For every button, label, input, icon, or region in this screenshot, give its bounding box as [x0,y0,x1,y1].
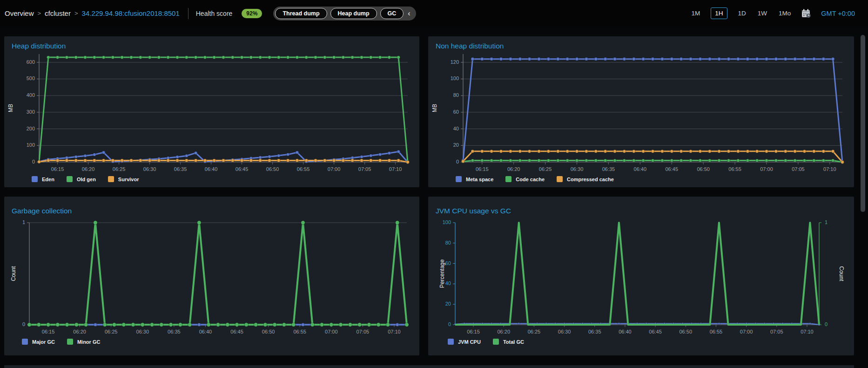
legend-item-old-gen[interactable]: Old gen [67,176,96,182]
chart-legend: Meta spaceCode cacheCompressed cache [456,176,614,182]
svg-text:06:35: 06:35 [588,329,601,334]
svg-text:06:45: 06:45 [665,166,678,172]
legend-swatch [557,176,563,182]
svg-text:06:50: 06:50 [266,166,279,172]
breadcrumb-overview[interactable]: Overview [5,9,34,17]
range-1m[interactable]: 1M [691,8,701,19]
svg-text:200: 200 [27,126,35,131]
chart-legend: EdenOld genSurvivor [32,176,139,182]
svg-text:0: 0 [825,321,828,327]
legend-swatch [22,339,28,345]
top-bar: Overview > cfcluster > 34.229.94.98:cfus… [0,0,868,27]
svg-text:06:25: 06:25 [105,329,118,334]
time-range-cluster: 1M 1H 1D 1W 1Mo GMT +0:00 [691,0,855,27]
svg-text:07:05: 07:05 [770,329,783,334]
svg-text:06:50: 06:50 [697,166,710,172]
svg-text:60: 60 [445,260,451,266]
svg-text:06:35: 06:35 [174,166,187,172]
chart-canvas-1: 020406080100120MB06:1506:2006:2506:3006:… [428,36,854,187]
svg-text:80: 80 [453,92,459,98]
legend-swatch [493,339,499,345]
calendar-icon[interactable] [801,9,811,18]
svg-text:06:15: 06:15 [51,166,64,172]
timezone-label[interactable]: GMT +0:00 [821,10,855,17]
svg-text:07:00: 07:00 [760,166,773,172]
svg-text:06:20: 06:20 [82,166,95,172]
legend-item-survivor[interactable]: Survivor [108,176,139,182]
breadcrumb-cluster[interactable]: cfcluster [45,9,71,17]
svg-text:06:40: 06:40 [205,166,218,172]
svg-text:07:05: 07:05 [357,329,370,334]
svg-text:Count: Count [10,266,17,281]
svg-text:06:45: 06:45 [236,166,249,172]
svg-text:60: 60 [453,109,459,115]
panel-jvm-cpu-vs-gc: JVM CPU usage vs GC 020406080100Percenta… [428,197,854,355]
breadcrumb-node[interactable]: 34.229.94.98:cfusion2018:8501 [82,9,180,17]
legend-item-code-cache[interactable]: Code cache [505,176,545,182]
svg-text:06:30: 06:30 [558,329,571,334]
breadcrumb-separator: > [74,10,78,17]
range-1h[interactable]: 1H [711,7,727,19]
legend-label: Major GC [32,339,55,345]
svg-text:Count: Count [838,266,845,281]
svg-text:06:50: 06:50 [680,329,693,334]
svg-text:06:20: 06:20 [73,329,86,334]
chart-canvas-3: 020406080100Percentage01Count06:1506:200… [428,197,854,355]
chart-legend: Major GCMinor GC [22,339,100,345]
svg-text:06:40: 06:40 [199,329,212,334]
svg-text:07:10: 07:10 [801,329,814,334]
legend-label: Minor GC [77,339,101,345]
legend-item-compressed-cache[interactable]: Compressed cache [557,176,614,182]
legend-swatch [505,176,511,182]
chart-canvas-2: 01Count06:1506:2006:2506:3006:3506:4006:… [4,197,419,355]
legend-label: Survivor [118,177,139,182]
svg-text:100: 100 [451,75,459,81]
svg-text:07:10: 07:10 [388,329,401,334]
health-score-label: Health score [196,10,233,17]
svg-text:07:10: 07:10 [823,166,836,172]
collapse-chevron-icon[interactable]: ‹ [407,10,411,17]
svg-text:07:05: 07:05 [358,166,371,172]
svg-text:06:55: 06:55 [293,329,306,334]
svg-text:06:45: 06:45 [230,329,243,334]
legend-item-minor-gc[interactable]: Minor GC [67,339,101,345]
svg-text:06:50: 06:50 [262,329,275,334]
series-line-meta-space [463,59,842,162]
svg-text:06:15: 06:15 [476,166,489,172]
svg-text:06:55: 06:55 [710,329,723,334]
range-1mo[interactable]: 1Mo [778,8,792,19]
thread-dump-button[interactable]: Thread dump [275,8,327,19]
svg-text:06:45: 06:45 [649,329,662,334]
svg-text:06:15: 06:15 [42,329,55,334]
svg-text:20: 20 [445,301,451,307]
breadcrumb-separator: > [38,10,41,17]
legend-item-eden[interactable]: Eden [32,176,54,182]
legend-item-major-gc[interactable]: Major GC [22,339,55,345]
svg-text:06:25: 06:25 [528,329,541,334]
legend-label: Meta space [466,177,493,182]
heap-dump-button[interactable]: Heap dump [330,8,377,19]
panel-garbage-collection: Garbage collection 01Count06:1506:2006:2… [4,197,419,355]
chart-title-gc: Garbage collection [12,207,72,215]
legend-swatch [448,339,454,345]
svg-text:0: 0 [32,159,35,164]
panel-heap-distribution: Heap distribution 0100200300400500600MB0… [4,36,419,187]
svg-text:100: 100 [27,142,35,148]
svg-text:06:30: 06:30 [143,166,156,172]
legend-item-jvm-cpu[interactable]: JVM CPU [448,339,481,345]
chart-title-jvm-cpu: JVM CPU usage vs GC [436,207,511,215]
svg-text:06:30: 06:30 [571,166,584,172]
gc-button[interactable]: GC [380,8,404,19]
svg-text:06:25: 06:25 [539,166,552,172]
legend-item-total-gc[interactable]: Total GC [493,339,524,345]
range-1d[interactable]: 1D [737,8,747,19]
svg-text:600: 600 [27,59,35,65]
vertical-scrollbar[interactable] [861,35,865,212]
divider [188,8,188,19]
legend-swatch [456,176,462,182]
svg-text:0: 0 [22,321,25,327]
breadcrumb: Overview > cfcluster > 34.229.94.98:cfus… [5,0,416,27]
legend-item-meta-space[interactable]: Meta space [456,176,493,182]
svg-text:80: 80 [445,240,451,245]
range-1w[interactable]: 1W [757,8,768,19]
